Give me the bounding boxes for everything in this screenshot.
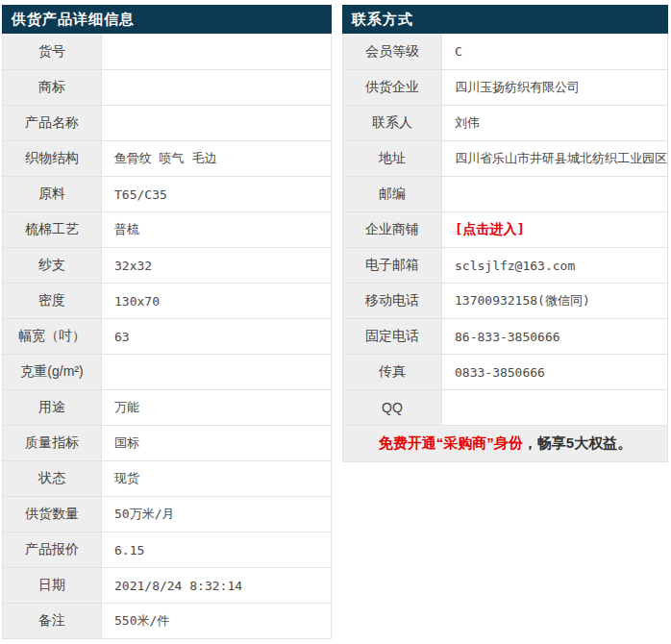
- mobile-phone-label: 移动电话: [343, 284, 442, 318]
- email-label: 电子邮箱: [343, 248, 442, 283]
- yarn-count-label: 纱支: [3, 248, 102, 283]
- mobile-phone-value: 13700932158(微信同): [442, 284, 667, 318]
- row-quality-standard: 质量指标 国标: [3, 425, 331, 460]
- product-info-panel: 供货产品详细信息 货号 商标 产品名称 织物结构 鱼骨纹 喷气 毛边 原料 T6…: [2, 5, 332, 639]
- row-date: 日期 2021/8/24 8:32:14: [3, 567, 331, 603]
- postal-code-label: 邮编: [343, 177, 442, 211]
- contact-person-label: 联系人: [343, 106, 442, 140]
- row-address: 地址 四川省乐山市井研县城北纺织工业园区: [343, 140, 667, 176]
- landline-phone-value: 86-833-3850666: [442, 319, 667, 354]
- remarks-label: 备注: [3, 604, 102, 638]
- member-level-value: C: [442, 34, 667, 69]
- remarks-value: 550米/件: [102, 604, 331, 638]
- product-info-rows: 货号 商标 产品名称 织物结构 鱼骨纹 喷气 毛边 原料 T65/C35 梳棉工…: [2, 34, 332, 639]
- contact-info-panel: 联系方式 会员等级 C 供货企业 四川玉扬纺织有限公司 联系人 刘伟 地址 四川…: [342, 5, 668, 462]
- weight-gsm-label: 克重(g/m²): [3, 355, 102, 389]
- contact-info-rows: 会员等级 C 供货企业 四川玉扬纺织有限公司 联系人 刘伟 地址 四川省乐山市井…: [342, 34, 668, 462]
- date-value: 2021/8/24 8:32:14: [102, 568, 331, 603]
- row-remarks: 备注 550米/件: [3, 603, 331, 638]
- row-mobile-phone: 移动电话 13700932158(微信同): [343, 283, 667, 318]
- email-value: sclsjlfz@163.com: [442, 248, 667, 283]
- brand-value: [102, 70, 331, 105]
- raw-material-value: T65/C35: [102, 177, 331, 211]
- contact-person-value: 刘伟: [442, 106, 667, 140]
- row-landline-phone: 固定电话 86-833-3850666: [343, 318, 667, 354]
- landline-phone-label: 固定电话: [343, 319, 442, 354]
- product-quote-label: 产品报价: [3, 533, 102, 567]
- row-raw-material: 原料 T65/C35: [3, 176, 331, 211]
- row-carding-process: 梳棉工艺 普梳: [3, 211, 331, 247]
- product-info-title: 供货产品详细信息: [2, 5, 332, 34]
- quality-standard-value: 国标: [102, 426, 331, 460]
- row-item-no: 货号: [3, 34, 331, 69]
- row-usage: 用途 万能: [3, 389, 331, 425]
- brand-label: 商标: [3, 70, 102, 105]
- row-brand: 商标: [3, 69, 331, 105]
- fax-value: 0833-3850666: [442, 355, 667, 389]
- buyer-promo-rest: ，畅享5大权益。: [523, 434, 632, 453]
- supplier-value: 四川玉扬纺织有限公司: [442, 70, 667, 105]
- row-weight-gsm: 克重(g/m²): [3, 354, 331, 389]
- product-quote-value: 6.15: [102, 533, 331, 567]
- row-postal-code: 邮编: [343, 176, 667, 211]
- item-no-value: [102, 34, 331, 69]
- row-supply-quantity: 供货数量 50万米/月: [3, 496, 331, 532]
- supply-quantity-value: 50万米/月: [102, 497, 331, 532]
- row-density: 密度 130x70: [3, 283, 331, 318]
- row-supplier: 供货企业 四川玉扬纺织有限公司: [343, 69, 667, 105]
- usage-label: 用途: [3, 390, 102, 425]
- row-product-name: 产品名称: [3, 105, 331, 140]
- supply-quantity-label: 供货数量: [3, 497, 102, 532]
- density-value: 130x70: [102, 284, 331, 318]
- weight-gsm-value: [102, 355, 331, 389]
- product-name-value: [102, 106, 331, 140]
- row-yarn-count: 纱支 32x32: [3, 247, 331, 283]
- width-inch-label: 幅宽（吋）: [3, 319, 102, 354]
- quality-standard-label: 质量指标: [3, 426, 102, 460]
- member-level-label: 会员等级: [343, 34, 442, 69]
- yarn-count-value: 32x32: [102, 248, 331, 283]
- date-label: 日期: [3, 568, 102, 603]
- address-label: 地址: [343, 141, 442, 176]
- row-qq: QQ: [343, 389, 667, 425]
- fax-label: 传真: [343, 355, 442, 389]
- width-inch-value: 63: [102, 319, 331, 354]
- shop-enter-link[interactable]: [点击进入]: [442, 212, 667, 247]
- status-label: 状态: [3, 461, 102, 496]
- address-value: 四川省乐山市井研县城北纺织工业园区: [442, 141, 667, 176]
- product-name-label: 产品名称: [3, 106, 102, 140]
- qq-value: [442, 390, 667, 425]
- row-contact-person: 联系人 刘伟: [343, 105, 667, 140]
- row-fax: 传真 0833-3850666: [343, 354, 667, 389]
- row-email: 电子邮箱 sclsjlfz@163.com: [343, 247, 667, 283]
- carding-process-value: 普梳: [102, 212, 331, 247]
- usage-value: 万能: [102, 390, 331, 425]
- density-label: 密度: [3, 284, 102, 318]
- fabric-structure-value: 鱼骨纹 喷气 毛边: [102, 141, 331, 176]
- status-value: 现货: [102, 461, 331, 496]
- row-product-quote: 产品报价 6.15: [3, 532, 331, 567]
- carding-process-label: 梳棉工艺: [3, 212, 102, 247]
- contact-info-title: 联系方式: [342, 5, 668, 34]
- supplier-label: 供货企业: [343, 70, 442, 105]
- buyer-promo-row: 免费开通“采购商”身份，畅享5大权益。: [343, 425, 667, 461]
- row-status: 状态 现货: [3, 460, 331, 496]
- product-detail-page: 供货产品详细信息 货号 商标 产品名称 织物结构 鱼骨纹 喷气 毛边 原料 T6…: [0, 0, 671, 644]
- raw-material-label: 原料: [3, 177, 102, 211]
- qq-label: QQ: [343, 390, 442, 425]
- row-fabric-structure: 织物结构 鱼骨纹 喷气 毛边: [3, 140, 331, 176]
- postal-code-value: [442, 177, 667, 211]
- item-no-label: 货号: [3, 34, 102, 69]
- company-shop-label: 企业商铺: [343, 212, 442, 247]
- row-company-shop: 企业商铺 [点击进入]: [343, 211, 667, 247]
- buyer-promo-link[interactable]: 免费开通“采购商”身份: [379, 434, 523, 453]
- row-member-level: 会员等级 C: [343, 34, 667, 69]
- fabric-structure-label: 织物结构: [3, 141, 102, 176]
- row-width-inch: 幅宽（吋） 63: [3, 318, 331, 354]
